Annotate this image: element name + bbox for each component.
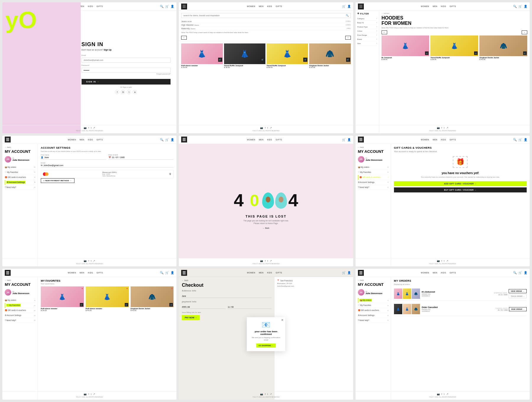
footer-share[interactable]: ↗ (270, 260, 272, 262)
signin-button[interactable]: SIGN IN → (82, 79, 171, 85)
menu-giftcards[interactable]: 🎁 Gift cards & vouchers› (358, 308, 388, 313)
filter-size[interactable]: Size› (357, 41, 377, 46)
back-link[interactable]: ← back (5, 279, 35, 281)
add-to-cart-btn[interactable]: 🛒 (218, 58, 222, 62)
footer-share[interactable]: ↗ (270, 393, 272, 395)
footer-share[interactable]: ↗ (93, 260, 95, 262)
next-btn[interactable]: → (345, 36, 351, 40)
nav-kids[interactable]: KIDS (441, 5, 446, 7)
footer-instagram[interactable]: 📷 (260, 393, 263, 395)
filter-brand[interactable]: Brand› (357, 37, 377, 41)
footer-share[interactable]: ↗ (446, 260, 448, 262)
apple-icon[interactable]: a (133, 90, 137, 94)
hamburger-icon[interactable] (358, 270, 364, 276)
twitter-icon[interactable]: t (127, 90, 131, 94)
cart-icon[interactable]: 🛒 (518, 138, 522, 141)
nav-women[interactable]: WOMEN (68, 139, 76, 141)
footer-instagram[interactable]: 📷 (84, 393, 87, 395)
footer-instagram[interactable]: 📷 (437, 393, 440, 395)
view-order-btn[interactable]: VIEW ORDER → (509, 289, 527, 293)
hamburger-icon[interactable] (5, 270, 11, 276)
menu-giftcards[interactable]: 🎁 Gift cards & vouchers› (5, 175, 35, 180)
cart-icon[interactable]: 🛒 (518, 271, 522, 274)
footer-instagram[interactable]: 📷 (437, 127, 440, 129)
nav-gifts[interactable]: GIFTS (276, 272, 282, 274)
card-number-input[interactable] (182, 305, 226, 309)
menu-orders[interactable]: 📦 My orders› (5, 165, 35, 170)
search-icon[interactable]: 🔍 (513, 271, 517, 274)
nav-gifts[interactable]: GIFTS (96, 139, 103, 141)
user-icon[interactable]: 👤 (524, 271, 527, 274)
filter-price[interactable]: Price Range› (357, 33, 377, 37)
footer-instagram[interactable]: 📷 (84, 260, 87, 262)
footer-twitter[interactable]: t (444, 127, 445, 129)
nav-women[interactable]: WOMEN (421, 139, 429, 141)
footer-share[interactable]: ↗ (270, 127, 272, 129)
footer-facebook[interactable]: f (88, 393, 89, 395)
user-icon[interactable]: 👤 (524, 5, 527, 8)
suggestion-item[interactable]: Jeans MOM (1350) (181, 20, 351, 23)
menu-orders[interactable]: 📦 My orders› (358, 165, 388, 170)
nav-gifts[interactable]: GIFTS (450, 139, 456, 141)
hamburger-icon[interactable] (358, 4, 364, 9)
expiry-input[interactable] (228, 305, 272, 309)
footer-instagram[interactable]: 📷 (260, 260, 263, 262)
menu-help[interactable]: ? Need help?› (5, 318, 35, 323)
add-to-cart-btn[interactable]: 🛒 (169, 303, 173, 307)
footer-facebook[interactable]: f (88, 127, 89, 129)
menu-settings[interactable]: ⚙ Account Settings› (5, 313, 35, 318)
nav-gifts[interactable]: GIFTS (96, 272, 103, 274)
nav-men[interactable]: MEN (80, 139, 84, 141)
footer-instagram[interactable]: 📷 (437, 260, 440, 262)
new-payment-btn[interactable]: + NEW PAYMENT METHOD → (41, 178, 74, 183)
menu-favorites[interactable]: ♡ My Favorites› (358, 170, 388, 175)
footer-facebook[interactable]: f (88, 260, 89, 262)
prev-btn[interactable]: ← (382, 30, 387, 34)
footer-facebook[interactable]: f (442, 127, 442, 129)
footer-twitter[interactable]: t (444, 260, 445, 262)
suggestion-item[interactable]: Maternity Jeans (490) (181, 27, 351, 30)
menu-giftcards[interactable]: 🎁 Gift cards & vouchers› (5, 308, 35, 313)
footer-twitter[interactable]: t (444, 393, 445, 395)
footer-facebook[interactable]: f (265, 260, 265, 262)
hamburger-icon[interactable] (358, 137, 364, 142)
menu-favorites[interactable]: ♡ My Favorites› (358, 303, 388, 308)
nav-kids[interactable]: KIDS (267, 139, 272, 141)
cart-icon[interactable]: 🛒 (342, 138, 346, 141)
email-input[interactable] (82, 58, 171, 63)
footer-share[interactable]: ↗ (446, 393, 448, 395)
nav-women[interactable]: WOMEN (68, 272, 76, 274)
footer-twitter[interactable]: t (267, 260, 268, 262)
search-input[interactable] (183, 14, 346, 17)
back-home-link[interactable]: ← Back (263, 227, 270, 229)
nav-kids[interactable]: KIDS (88, 139, 93, 141)
hamburger-icon[interactable] (181, 270, 187, 276)
footer-twitter[interactable]: t (91, 260, 91, 262)
delete-card-icon[interactable]: 🗑 (169, 173, 171, 175)
footer-facebook[interactable]: f (442, 393, 442, 395)
nav-women[interactable]: WOMEN (247, 272, 255, 274)
menu-help[interactable]: ? Need help?› (358, 185, 388, 190)
nav-men[interactable]: MEN (80, 272, 84, 274)
forgot-password-link[interactable]: Forgot password? (82, 73, 171, 75)
nav-women[interactable]: WOMEN (421, 272, 429, 274)
nav-women[interactable]: WOMEN (421, 5, 429, 7)
nav-gifts[interactable]: GIFTS (450, 5, 456, 7)
add-to-cart-btn[interactable]: 🛒 (125, 303, 128, 307)
user-icon[interactable]: 👤 (171, 271, 174, 274)
footer-share[interactable]: ↗ (93, 127, 95, 129)
add-to-cart-btn[interactable]: 🛒 (474, 51, 478, 55)
menu-giftcards-active[interactable]: 🎁 Gift cards & vouchers› (358, 175, 388, 180)
filter-colour[interactable]: Colour› (357, 29, 377, 33)
search-submit-icon[interactable]: 🔍 (346, 14, 349, 17)
back-link[interactable]: ← back (358, 146, 388, 148)
user-icon[interactable]: 👤 (171, 138, 174, 141)
user-icon[interactable]: 👤 (347, 138, 351, 141)
cart-icon[interactable]: 🛒 (342, 271, 346, 274)
nav-men[interactable]: MEN (259, 272, 264, 274)
facebook-icon[interactable]: f (115, 90, 119, 94)
footer-share[interactable]: ↗ (93, 393, 95, 395)
prev-btn[interactable]: ← (181, 36, 187, 40)
menu-favorites-active[interactable]: ♡ My Favorites› (5, 303, 35, 308)
footer-facebook[interactable]: f (265, 127, 265, 129)
